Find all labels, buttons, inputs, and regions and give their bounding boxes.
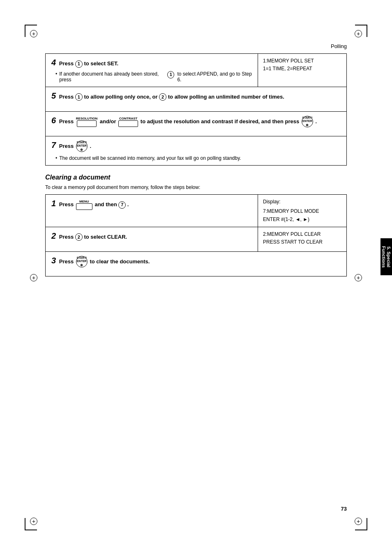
step-5-left: 5 Press 1 to allow polling only once, or… [46,87,346,111]
step-6-number: 6 [51,116,56,125]
step-5-row: 5 Press 1 to allow polling only once, or… [46,87,346,111]
step-4-header: 4 Press 1 to select SET. [51,58,252,68]
step-4-btn2: 1 [167,71,174,78]
step-4-bullet: If another document has already been sto… [55,71,252,83]
step-5-btn1: 1 [75,93,83,101]
clear-step-2-display: 2:MEMORY POLL CLEARPRESS START TO CLEAR [258,227,346,251]
step-4-display: 1:MEMORY POLL SET1=1 TIME, 2=REPEAT [258,54,346,87]
step-4-text: Press 1 to select SET. [59,60,118,67]
clear-step-3-number: 3 [51,256,56,265]
step-6-header: 6 Press RESOLUTION and/or CONTRAST to ad… [51,116,341,128]
clear-step-1-left: 1 Press MENU and then 7 . [46,195,258,227]
step-5-number: 5 [51,91,56,100]
target-mark-bl [30,518,37,525]
clear-step-2-row: 2 Press 2 to select CLEAR. 2:MEMORY POLL… [46,227,346,251]
contrast-label: CONTRAST [119,117,137,120]
clearing-heading: Clearing a document [45,174,347,181]
step-5-text: Press 1 to allow polling only once, or 2… [59,94,284,100]
clear-step-2-number: 2 [51,231,56,240]
target-mark-ml [30,274,37,281]
step-4-number: 4 [51,58,56,67]
clear-step-3-row: 3 Press START/ ENTER ⊕ to clear the docu… [46,251,346,276]
menu-label: MENU [79,200,89,203]
step-6-con-btn: CONTRAST [118,117,138,127]
side-tab: 5. SpecialFunctions [380,238,392,275]
step-6-res-btn: RESOLUTION [76,117,97,127]
step-7-start-btn: START/ ENTER ⊕ [76,140,88,152]
clear-step-3-text: Press START/ ENTER ⊕ to clear the docume… [59,258,150,265]
clear-step-1-btn7: 7 [118,201,126,209]
steps-container-top: 4 Press 1 to select SET. If another docu… [45,53,347,166]
target-mark-mr [355,274,362,281]
clear-step-2-btn2: 2 [75,233,83,241]
step-7-bullet: The document will be scanned into memory… [55,155,341,161]
target-mark-tr [355,30,362,37]
step-6-row: 6 Press RESOLUTION and/or CONTRAST to ad… [46,111,346,136]
resolution-label: RESOLUTION [76,117,97,120]
target-mark-tl [30,30,37,37]
step-7-number: 7 [51,140,56,150]
clear-step-3-start-btn: START/ ENTER ⊕ [76,256,88,267]
step-7-row: 7 Press START/ ENTER ⊕ . The document wi… [46,136,346,166]
clear-step-1-menu-btn: MENU [76,200,92,210]
step-6-text: Press RESOLUTION and/or CONTRAST to adju… [59,118,317,124]
clear-step-2-text: Press 2 to select CLEAR. [59,234,127,240]
step-5-btn2: 2 [159,93,166,101]
step-7-left: 7 Press START/ ENTER ⊕ . The document wi… [46,136,346,166]
target-mark-br [355,518,362,525]
page-title: Polling [331,43,347,49]
clear-step-1-row: 1 Press MENU and then 7 . Display: 7:MEM… [46,195,346,227]
step-4-row: 4 Press 1 to select SET. If another docu… [46,54,346,87]
clear-step-1-display: Display: 7:MEMORY POLL MODEENTER #(1-2, … [258,195,346,227]
step-6-start-btn: START/ ENTER ⊕ [302,116,313,127]
clear-step-1-header: 1 Press MENU and then 7 . [51,199,252,210]
clear-step-3-left: 3 Press START/ ENTER ⊕ to clear the docu… [46,252,346,276]
step-7-text: Press START/ ENTER ⊕ . [59,143,91,149]
display-label: Display: [263,198,341,206]
step-4-btn1: 1 [75,60,83,68]
clear-step-2-left: 2 Press 2 to select CLEAR. [46,227,258,251]
clearing-intro: To clear a memory poll document from mem… [45,184,347,190]
step-4-left: 4 Press 1 to select SET. If another docu… [46,54,258,87]
step-7-header: 7 Press START/ ENTER ⊕ . [51,140,341,152]
clearing-steps-container: 1 Press MENU and then 7 . Display: 7:MEM… [45,194,347,276]
clear-step-1-number: 1 [51,199,56,208]
step-6-left: 6 Press RESOLUTION and/or CONTRAST to ad… [46,112,346,136]
clear-step-1-text: Press MENU and then 7 . [59,201,129,207]
main-content: 4 Press 1 to select SET. If another docu… [45,53,347,514]
